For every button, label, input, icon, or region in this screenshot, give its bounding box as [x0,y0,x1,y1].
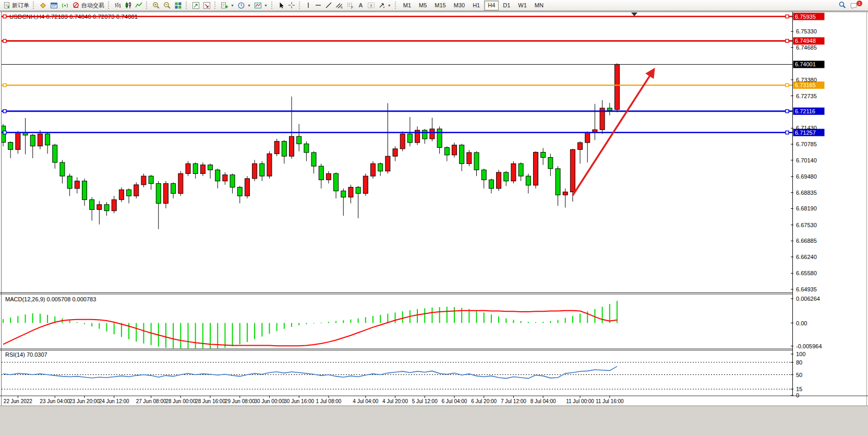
candle-body-up [141,176,146,185]
candle [511,161,516,184]
text-button[interactable]: A [356,1,366,10]
macd-histogram-bar [188,323,189,350]
line-chart-button[interactable] [134,1,144,10]
text-label-button[interactable]: T [366,1,377,10]
line-handle[interactable] [786,15,789,18]
arrange-up-button[interactable] [190,1,201,10]
bottom-chrome [0,406,868,435]
crosshair-button[interactable] [286,1,297,10]
fibonacci-button[interactable]: F [345,1,356,10]
cursor-button[interactable] [276,1,286,10]
zoom-in-button[interactable] [151,1,162,10]
candle-body-down [53,145,57,162]
rsi-tick-label: 80 [796,359,802,366]
timeframe-button-W1[interactable]: W1 [514,1,531,10]
template-button[interactable]: ▼ [252,1,269,10]
trendline-button[interactable] [323,1,334,10]
price-tick-label: 6.71430 [796,125,817,131]
auto-trading-button[interactable]: 自动交易 [70,1,106,10]
chart-surface[interactable]: USDCNH,H4 6.72183 6.74046 6.72073 6.7400… [0,0,868,435]
line-handle[interactable] [3,39,6,42]
data-window-button[interactable] [49,1,59,10]
line-handle[interactable] [3,110,6,113]
candle-body-up [97,205,102,210]
macd-histogram-bar [121,323,122,337]
horizontal-line-button[interactable] [313,1,323,10]
price-badge-label: 6.74001 [795,61,816,67]
line-handle[interactable] [786,39,789,42]
vertical-line-button[interactable] [304,1,313,10]
add-indicator-button[interactable]: ▼ [219,1,236,10]
candle-body-down [519,163,523,176]
timeframe-button-M1[interactable]: M1 [400,1,415,10]
candle-body-down [215,170,220,181]
macd-histogram-bar [254,323,255,339]
time-tick-label: 24 Jun 12:00 [99,398,129,404]
market-watch-icon [39,2,47,9]
bar-chart-button[interactable] [113,1,123,10]
candle [274,139,279,156]
macd-histogram-bar [25,314,26,323]
arrange-up-icon [192,2,200,9]
candle-body-down [607,108,612,111]
period-button[interactable]: ▼ [236,1,252,10]
macd-histogram-bar [513,320,514,323]
time-tick-label: 28 Jun 16:00 [195,398,225,404]
signal-button[interactable] [59,1,70,10]
time-tick-label: 11 Jul 00:00 [566,398,594,404]
svg-text:T: T [370,4,372,8]
line-handle[interactable] [3,131,6,134]
timeframe-button-M15[interactable]: M15 [431,1,449,10]
macd-histogram-bar [535,322,536,323]
candle [614,63,619,112]
candle-body-up [245,179,249,196]
candle-body-up [393,149,397,156]
macd-histogram-bar [10,318,11,323]
candle-body-up [16,133,20,150]
tile-windows-button[interactable] [173,1,184,10]
timeframe-button-M30[interactable]: M30 [450,1,468,10]
equidistant-channel-button[interactable]: E [334,1,345,10]
new-order-button[interactable]: 新订单 [2,1,31,10]
macd-histogram-bar [321,323,322,323]
macd-tick-label: -0.005964 [796,343,822,349]
horizontal-line-icon [315,2,322,9]
macd-histogram-bar [84,323,85,324]
candle-body-up [200,165,205,174]
timeframe-button-H1[interactable]: H1 [469,1,484,10]
line-handle[interactable] [3,84,6,87]
timeframe-button-D1[interactable]: D1 [499,1,514,10]
notifications-button[interactable]: 1 [848,1,866,10]
timeframe-button-H4[interactable]: H4 [484,1,499,10]
price-tick-label: 6.64935 [796,286,817,292]
macd-histogram-bar [521,321,522,323]
text-label-icon: T [367,2,375,9]
line-handle[interactable] [3,15,6,18]
line-handle[interactable] [786,110,789,113]
arrange-down-button[interactable] [201,1,212,10]
candle-body-up [511,163,516,181]
price-tick-label: 6.72735 [796,93,817,99]
line-handle[interactable] [786,131,789,134]
arrows-tool-button[interactable]: ▼ [377,1,393,10]
time-tick-label: 5 Jul 12:00 [412,398,438,404]
candle-body-up [75,181,79,189]
candle-body-down [67,176,72,189]
candle-body-up [452,145,456,155]
candlestick-chart-button[interactable] [123,1,134,10]
market-watch-button[interactable] [38,1,49,10]
zoom-out-button[interactable] [162,1,173,10]
candle-body-up [497,172,501,189]
toolbar-grip [108,2,111,9]
search-button[interactable] [837,1,848,10]
candle [533,151,538,189]
timeframe-button-M5[interactable]: M5 [415,1,430,10]
candle-body-down [230,175,235,187]
macd-histogram-bar [395,312,396,323]
candle-body-down [504,172,509,181]
macd-histogram-bar [306,323,307,324]
line-handle[interactable] [786,84,789,87]
cursor-icon [278,2,285,9]
timeframe-button-MN[interactable]: MN [531,1,547,10]
candle-body-up [119,190,124,199]
